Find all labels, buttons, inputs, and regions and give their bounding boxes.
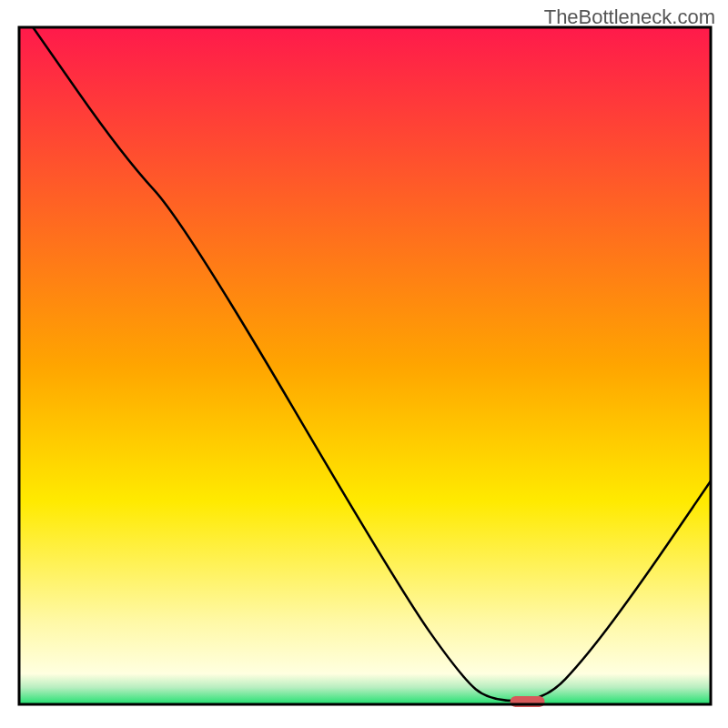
watermark-text: TheBottleneck.com: [544, 5, 715, 29]
chart-svg: [0, 0, 728, 728]
plot-gradient-rect: [19, 27, 711, 704]
